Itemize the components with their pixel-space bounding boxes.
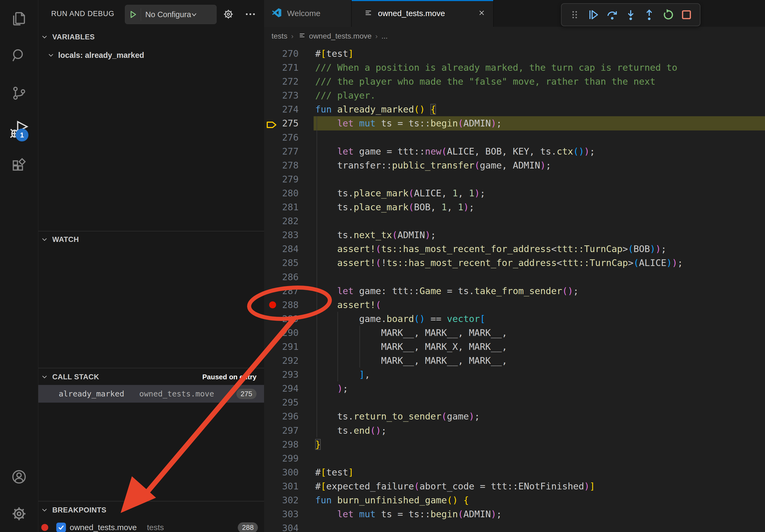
line-number[interactable]: 296	[264, 409, 299, 423]
line-number[interactable]: 289	[264, 312, 299, 326]
call-stack-section-header[interactable]: CALL STACK Paused on entry	[38, 371, 264, 383]
code-line-302[interactable]: 302fun burn_unfinished_game() {	[264, 493, 765, 507]
debug-settings-gear-icon[interactable]	[222, 8, 235, 21]
line-number[interactable]: 298	[264, 437, 299, 451]
line-number[interactable]: 278	[264, 158, 299, 172]
stop-button[interactable]	[679, 7, 694, 22]
variables-section-header[interactable]: VARIABLES	[38, 31, 264, 43]
code-line-285[interactable]: 285 assert!(!ts::has_most_recent_for_add…	[264, 256, 765, 270]
extensions-icon[interactable]	[0, 158, 38, 175]
line-number[interactable]: 301	[264, 479, 299, 493]
code-line-298[interactable]: 298}	[264, 437, 765, 451]
breakpoint-list-item[interactable]: owned_tests.move tests 288	[38, 520, 264, 532]
line-number[interactable]: 295	[264, 396, 299, 409]
search-icon[interactable]	[0, 47, 38, 64]
code-line-292[interactable]: 292 MARK__, MARK__, MARK__,	[264, 354, 765, 368]
code-line-304[interactable]: 304	[264, 521, 765, 532]
line-number[interactable]: 297	[264, 423, 299, 437]
line-number[interactable]: 280	[264, 186, 299, 200]
launch-configuration-dropdown[interactable]: No Configura	[125, 5, 217, 24]
breadcrumb-item[interactable]: owned_tests.move	[309, 32, 372, 40]
line-number[interactable]: 302	[264, 493, 299, 507]
code-line-289[interactable]: 289 game.board() == vector[	[264, 312, 765, 326]
line-number[interactable]: 279	[264, 172, 299, 186]
line-number[interactable]: 293	[264, 368, 299, 382]
settings-gear-icon[interactable]	[0, 505, 38, 522]
restart-button[interactable]	[660, 7, 675, 22]
code-line-270[interactable]: 270#[test]	[264, 47, 765, 61]
code-line-286[interactable]: 286	[264, 270, 765, 284]
variables-scope-locals[interactable]: locals: already_marked	[38, 49, 264, 61]
code-line-280[interactable]: 280 ts.place_mark(ALICE, 1, 1);	[264, 186, 765, 200]
watch-section-header[interactable]: WATCH	[38, 234, 264, 245]
start-debugging-icon[interactable]	[125, 8, 141, 21]
breadcrumb-item[interactable]: ...	[382, 32, 387, 40]
line-number[interactable]: 292	[264, 354, 299, 368]
code-line-296[interactable]: 296 ts.return_to_sender(game);	[264, 409, 765, 423]
line-number[interactable]: 294	[264, 382, 299, 396]
line-number[interactable]: 277	[264, 144, 299, 158]
code-editor[interactable]: 270#[test]271/// When a position is alre…	[264, 46, 765, 532]
code-line-273[interactable]: 273/// player.	[264, 89, 765, 102]
code-line-282[interactable]: 282	[264, 214, 765, 228]
line-number[interactable]: 270	[264, 47, 299, 61]
line-number[interactable]: 291	[264, 340, 299, 354]
line-number[interactable]: 282	[264, 214, 299, 228]
code-line-274[interactable]: 274fun already_marked() {	[264, 102, 765, 116]
code-line-290[interactable]: 290 MARK__, MARK__, MARK__,	[264, 326, 765, 340]
code-line-293[interactable]: 293 ],	[264, 368, 765, 382]
line-number[interactable]: 285	[264, 256, 299, 270]
code-line-303[interactable]: 303 let mut ts = ts::begin(ADMIN);	[264, 507, 765, 521]
line-number[interactable]: 290	[264, 326, 299, 340]
line-number[interactable]: 283	[264, 228, 299, 242]
line-number[interactable]: 284	[264, 242, 299, 256]
code-line-276[interactable]: 276	[264, 131, 765, 144]
run-and-debug-icon[interactable]: 1	[0, 120, 38, 141]
code-line-291[interactable]: 291 MARK__, MARK_X, MARK__,	[264, 340, 765, 354]
code-line-299[interactable]: 299	[264, 451, 765, 465]
code-line-275[interactable]: 275 let mut ts = ts::begin(ADMIN);	[264, 116, 765, 130]
breakpoints-section-header[interactable]: BREAKPOINTS	[38, 504, 264, 516]
breadcrumb-item[interactable]: tests	[272, 32, 287, 40]
step-over-button[interactable]	[605, 7, 620, 22]
code-line-281[interactable]: 281 ts.place_mark(BOB, 1, 1);	[264, 200, 765, 214]
line-number[interactable]: 303	[264, 507, 299, 521]
code-line-297[interactable]: 297 ts.end();	[264, 423, 765, 437]
files-icon[interactable]	[0, 10, 38, 27]
step-out-button[interactable]	[642, 7, 657, 22]
code-line-300[interactable]: 300#[test]	[264, 465, 765, 479]
code-line-279[interactable]: 279	[264, 172, 765, 186]
code-line-284[interactable]: 284 assert!(ts::has_most_recent_for_addr…	[264, 242, 765, 256]
code-line-283[interactable]: 283 ts.next_tx(ADMIN);	[264, 228, 765, 242]
breakpoint-checkbox[interactable]	[56, 523, 66, 532]
close-icon[interactable]	[478, 9, 486, 18]
call-stack-frame[interactable]: already_marked owned_tests.move 275	[38, 385, 264, 402]
code-line-271[interactable]: 271/// When a position is already marked…	[264, 61, 765, 75]
line-number[interactable]: 300	[264, 465, 299, 479]
line-number[interactable]: 276	[264, 131, 299, 144]
line-number[interactable]: 274	[264, 102, 299, 116]
breakpoint-dot-icon[interactable]	[269, 301, 276, 308]
line-number[interactable]: 271	[264, 61, 299, 75]
code-line-277[interactable]: 277 let game = ttt::new(ALICE, BOB, KEY,…	[264, 144, 765, 158]
line-number[interactable]: 273	[264, 89, 299, 102]
account-icon[interactable]	[0, 468, 38, 485]
code-line-288[interactable]: 288 assert!(	[264, 298, 765, 312]
code-line-278[interactable]: 278 transfer::public_transfer(game, ADMI…	[264, 158, 765, 172]
code-line-287[interactable]: 287 let game: ttt::Game = ts.take_from_s…	[264, 284, 765, 298]
code-line-272[interactable]: 272/// the player who made the "false" m…	[264, 75, 765, 89]
tab-welcome[interactable]: Welcome	[264, 0, 352, 27]
step-into-button[interactable]	[623, 7, 638, 22]
more-actions-icon[interactable]	[244, 8, 257, 21]
code-line-294[interactable]: 294 );	[264, 382, 765, 396]
drag-handle-icon[interactable]	[567, 7, 582, 22]
code-line-295[interactable]: 295	[264, 396, 765, 409]
tab-owned-tests-move[interactable]: owned_tests.move	[352, 0, 494, 27]
line-number[interactable]: 287	[264, 284, 299, 298]
continue-button[interactable]	[586, 7, 601, 22]
code-line-301[interactable]: 301#[expected_failure(abort_code = ttt::…	[264, 479, 765, 493]
line-number[interactable]: 286	[264, 270, 299, 284]
line-number[interactable]: 272	[264, 75, 299, 89]
line-number[interactable]: 281	[264, 200, 299, 214]
source-control-icon[interactable]	[0, 85, 38, 102]
